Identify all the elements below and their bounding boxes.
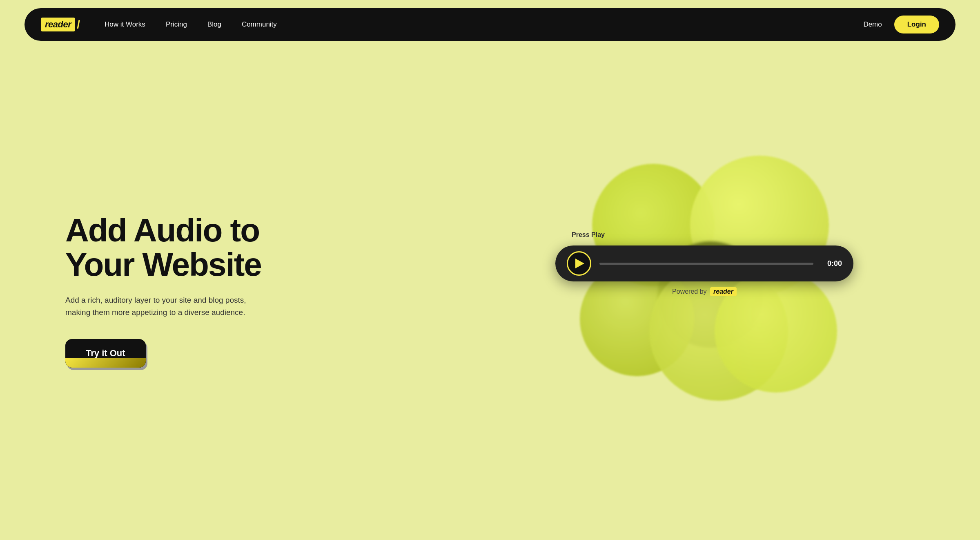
- play-button[interactable]: [567, 251, 591, 276]
- powered-by-logo: reader: [710, 287, 737, 296]
- logo-text: reader: [41, 18, 75, 31]
- try-it-out-button[interactable]: Try it Out: [65, 339, 146, 368]
- nav-links: How it Works Pricing Blog Community: [105, 20, 863, 29]
- audio-player: 0:00: [555, 245, 853, 281]
- demo-link[interactable]: Demo: [863, 20, 882, 29]
- play-icon: [575, 259, 584, 268]
- hero-title: Add Audio to Your Website: [65, 213, 532, 282]
- press-play-label: Press Play: [572, 231, 605, 239]
- nav-item-blog[interactable]: Blog: [207, 20, 221, 29]
- progress-bar[interactable]: [599, 263, 813, 265]
- hero-content: Add Audio to Your Website Add a rich, au…: [65, 213, 532, 368]
- nav-item-pricing[interactable]: Pricing: [166, 20, 187, 29]
- powered-by: Powered by reader: [555, 287, 853, 296]
- logo-link[interactable]: reader /: [41, 18, 80, 31]
- nav-right: Demo Login: [863, 16, 939, 33]
- nav-item-how-it-works[interactable]: How it Works: [105, 20, 145, 29]
- nav-item-community[interactable]: Community: [242, 20, 277, 29]
- hero-section: Add Audio to Your Website Add a rich, au…: [0, 49, 980, 540]
- audio-player-wrapper: 0:00 Powered by reader: [555, 245, 853, 296]
- blobs-container: Press Play 0:00 Powered by reader: [568, 156, 853, 433]
- login-button[interactable]: Login: [894, 16, 939, 33]
- time-display: 0:00: [822, 259, 842, 268]
- navbar: reader / How it Works Pricing Blog Commu…: [24, 8, 956, 41]
- logo-slash-icon: /: [77, 18, 80, 31]
- hero-description: Add a rich, auditory layer to your site …: [65, 294, 261, 319]
